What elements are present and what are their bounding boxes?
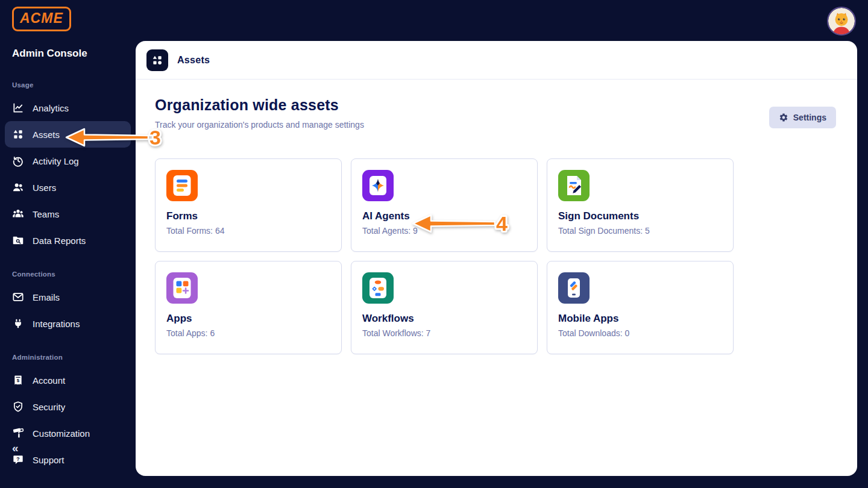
page-subtitle: Track your organization's products and m… [155,120,838,130]
svg-text:$: $ [17,378,20,383]
collapse-sidebar-icon[interactable]: « [12,442,17,455]
sidebar-item-label: Customization [33,428,90,439]
card-stat: Total Sign Documents: 5 [558,226,722,236]
teams-icon [12,208,24,220]
acme-logo[interactable]: ACME [12,7,71,31]
sidebar-item-label: Integrations [33,319,80,329]
sidebar-item-label: Data Reports [33,236,86,246]
sidebar-section-connections: ConnectionsEmailsIntegrations [0,271,136,337]
sidebar-item-label: Analytics [33,103,69,113]
asset-card-mobile-apps[interactable]: Mobile AppsTotal Downloads: 0 [547,261,734,354]
asset-card-workflows[interactable]: WorkflowsTotal Workflows: 7 [351,261,538,354]
assets-icon [12,128,24,140]
asset-card-apps[interactable]: AppsTotal Apps: 6 [155,261,342,354]
integrations-icon [12,318,24,330]
sidebar-item-label: Security [33,402,65,412]
account-icon: $ [12,374,24,386]
svg-text:?: ? [16,456,19,462]
panel-header-title: Assets [177,55,210,66]
settings-button-label: Settings [793,113,826,122]
sidebar-item-label: Activity Log [33,156,79,166]
sidebar-nav: UsageAnalyticsAssetsActivity LogUsersTea… [0,72,136,473]
panel-header: Assets [136,41,857,80]
sidebar-item-label: Users [33,183,56,193]
panel-content: Organization wide assets Track your orga… [136,80,857,354]
analytics-icon [12,102,24,114]
card-stat: Total Downloads: 0 [558,328,722,338]
gear-icon [779,113,788,122]
sidebar-item-support[interactable]: ?Support [5,446,131,473]
card-stat: Total Forms: 64 [166,226,330,236]
asset-card-ai-agents[interactable]: AI AgentsTotal Agents: 9 [351,158,538,252]
sidebar-section-administration: Administration$AccountSecurityCustomizat… [0,354,136,473]
activity-log-icon [12,155,24,167]
main-panel: Assets Organization wide assets Track yo… [136,41,857,476]
sidebar-item-label: Teams [33,209,59,219]
asset-card-forms[interactable]: FormsTotal Forms: 64 [155,158,342,252]
sidebar-item-data-reports[interactable]: Data Reports [5,227,131,254]
sidebar-item-teams[interactable]: Teams [5,201,131,227]
sidebar-item-label: Assets [33,130,60,140]
sidebar-item-assets[interactable]: Assets [5,121,131,148]
card-title: Mobile Apps [558,313,722,325]
admin-console-title: Admin Console [12,48,87,60]
support-icon: ? [12,454,24,466]
sidebar-section-label: Usage [12,81,124,89]
card-title: AI Agents [362,210,526,222]
settings-button[interactable]: Settings [769,107,836,128]
sidebar-item-account[interactable]: $Account [5,367,131,393]
sidebar-item-users[interactable]: Users [5,174,131,201]
sidebar-item-label: Account [33,375,65,386]
card-title: Sign Documents [558,210,722,222]
sign-documents-icon [558,170,590,201]
users-icon [12,181,24,193]
sidebar-item-security[interactable]: Security [5,393,131,420]
ai-agents-icon [362,170,394,201]
sidebar-item-label: Support [33,455,64,465]
card-title: Forms [166,210,330,222]
sidebar-item-emails[interactable]: Emails [5,284,131,310]
sidebar: ACME Admin Console UsageAnalyticsAssetsA… [0,0,136,488]
apps-icon [166,272,198,304]
sidebar-section-usage: UsageAnalyticsAssetsActivity LogUsersTea… [0,81,136,254]
workflows-icon [362,272,394,304]
data-reports-icon [12,234,24,246]
card-title: Workflows [362,313,526,325]
assets-header-icon [146,49,168,71]
forms-icon [166,170,198,201]
card-stat: Total Agents: 9 [362,226,526,236]
security-icon [12,401,24,413]
sidebar-section-label: Connections [12,271,124,278]
customization-icon [12,427,24,439]
sidebar-section-label: Administration [12,354,124,361]
card-title: Apps [166,313,330,325]
asset-cards-grid: FormsTotal Forms: 64AI AgentsTotal Agent… [155,158,838,354]
card-stat: Total Apps: 6 [166,328,330,338]
sidebar-item-analytics[interactable]: Analytics [5,95,131,121]
sidebar-item-integrations[interactable]: Integrations [5,310,131,337]
asset-card-sign-documents[interactable]: Sign DocumentsTotal Sign Documents: 5 [547,158,734,252]
sidebar-item-activity-log[interactable]: Activity Log [5,148,131,174]
sidebar-item-label: Emails [33,292,60,302]
avatar-cat-illustration [828,8,855,34]
emails-icon [12,291,24,303]
page-title: Organization wide assets [155,96,838,114]
user-avatar[interactable] [828,8,855,34]
card-stat: Total Workflows: 7 [362,328,526,338]
mobile-apps-icon [558,272,590,304]
sidebar-item-customization[interactable]: Customization [5,420,131,446]
